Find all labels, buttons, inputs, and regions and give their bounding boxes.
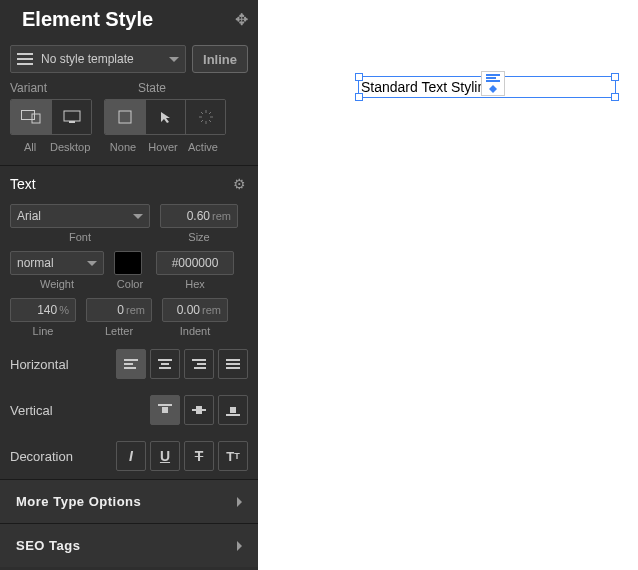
state-active-label: Active — [183, 141, 223, 153]
letter-input[interactable]: 0 rem — [86, 298, 152, 322]
style-sidebar: Element Style ✥ No style template Inline… — [0, 0, 258, 570]
seo-tags-accordion[interactable]: SEO Tags — [0, 523, 258, 567]
svg-line-10 — [209, 120, 211, 122]
panel-title: Element Style — [22, 8, 153, 31]
svg-rect-0 — [22, 111, 35, 120]
color-label: Color — [114, 278, 146, 290]
svg-line-9 — [201, 112, 203, 114]
state-group — [104, 99, 226, 135]
align-justify-button[interactable] — [218, 349, 248, 379]
element-toolbar[interactable] — [481, 71, 505, 96]
move-icon[interactable]: ✥ — [235, 10, 248, 29]
line-label: Line — [10, 325, 76, 337]
horizontal-label: Horizontal — [10, 357, 106, 372]
valign-bottom-button[interactable] — [218, 395, 248, 425]
font-value: Arial — [17, 209, 41, 223]
svg-rect-4 — [119, 111, 131, 123]
vertical-label: Vertical — [10, 403, 140, 418]
svg-rect-3 — [69, 121, 75, 123]
style-template-select[interactable]: No style template — [10, 45, 186, 73]
letter-label: Letter — [86, 325, 152, 337]
align-center-button[interactable] — [150, 349, 180, 379]
font-select[interactable]: Arial — [10, 204, 150, 228]
chevron-right-icon — [237, 497, 242, 507]
line-unit: % — [59, 304, 69, 316]
state-label: State — [138, 81, 166, 95]
chevron-right-icon — [237, 541, 242, 551]
align-left-button[interactable] — [116, 349, 146, 379]
decoration-label: Decoration — [10, 449, 106, 464]
underline-button[interactable]: U — [150, 441, 180, 471]
weight-label: Weight — [10, 278, 104, 290]
svg-rect-30 — [230, 407, 236, 413]
variant-group — [10, 99, 92, 135]
resize-handle-br[interactable] — [611, 93, 619, 101]
indent-unit: rem — [202, 304, 221, 316]
align-right-button[interactable] — [184, 349, 214, 379]
svg-rect-2 — [64, 111, 80, 121]
svg-rect-1 — [32, 114, 40, 123]
style-template-value: No style template — [41, 52, 161, 66]
weight-select[interactable]: normal — [10, 251, 104, 275]
resize-handle-tr[interactable] — [611, 73, 619, 81]
state-active-button[interactable] — [185, 100, 225, 134]
size-unit: rem — [212, 210, 231, 222]
hex-label: Hex — [156, 278, 234, 290]
state-hover-button[interactable] — [145, 100, 185, 134]
text-section-header: Text ⚙ — [0, 165, 258, 200]
seo-tags-title: SEO Tags — [16, 538, 80, 553]
resize-handle-bl[interactable] — [355, 93, 363, 101]
hex-value: #000000 — [172, 256, 219, 270]
weight-value: normal — [17, 256, 54, 270]
size-label: Size — [160, 231, 238, 243]
font-label: Font — [10, 231, 150, 243]
indent-input[interactable]: 0.00 rem — [162, 298, 228, 322]
valign-middle-button[interactable] — [184, 395, 214, 425]
chevron-down-icon — [169, 57, 179, 62]
variant-desktop-button[interactable] — [51, 100, 91, 134]
svg-rect-26 — [162, 407, 168, 413]
svg-line-12 — [209, 112, 211, 114]
state-none-label: None — [103, 141, 143, 153]
svg-line-11 — [201, 120, 203, 122]
variant-all-label: All — [10, 141, 50, 153]
strikethrough-button[interactable]: T — [184, 441, 214, 471]
letter-value: 0 — [117, 303, 124, 317]
arrow-down-icon — [489, 89, 497, 93]
more-type-options-accordion[interactable]: More Type Options — [0, 479, 258, 523]
hamburger-icon — [17, 53, 33, 65]
variant-desktop-label: Desktop — [50, 141, 90, 153]
more-type-title: More Type Options — [16, 494, 141, 509]
panel-header: Element Style ✥ — [0, 0, 258, 41]
hex-input[interactable]: #000000 — [156, 251, 234, 275]
align-icon — [486, 74, 500, 82]
gear-icon[interactable]: ⚙ — [233, 176, 246, 192]
selected-text-element[interactable]: Standard Text Styling — [358, 76, 616, 98]
valign-top-button[interactable] — [150, 395, 180, 425]
state-hover-label: Hover — [143, 141, 183, 153]
size-input[interactable]: 0.60 rem — [160, 204, 238, 228]
size-value: 0.60 — [187, 209, 210, 223]
chevron-down-icon — [87, 261, 97, 266]
indent-label: Indent — [162, 325, 228, 337]
canvas-area[interactable]: Standard Text Styling — [258, 0, 638, 570]
variant-label: Variant — [10, 81, 118, 95]
letter-unit: rem — [126, 304, 145, 316]
inline-button[interactable]: Inline — [192, 45, 248, 73]
resize-handle-tl[interactable] — [355, 73, 363, 81]
state-none-button[interactable] — [105, 100, 145, 134]
element-text: Standard Text Styling — [361, 79, 493, 95]
svg-rect-28 — [196, 406, 202, 414]
chevron-down-icon — [133, 214, 143, 219]
indent-value: 0.00 — [177, 303, 200, 317]
line-input[interactable]: 140 % — [10, 298, 76, 322]
color-swatch[interactable] — [114, 251, 142, 275]
variant-all-button[interactable] — [11, 100, 51, 134]
line-value: 140 — [37, 303, 57, 317]
text-section-title: Text — [10, 176, 36, 192]
smallcaps-button[interactable]: TT — [218, 441, 248, 471]
italic-button[interactable]: I — [116, 441, 146, 471]
